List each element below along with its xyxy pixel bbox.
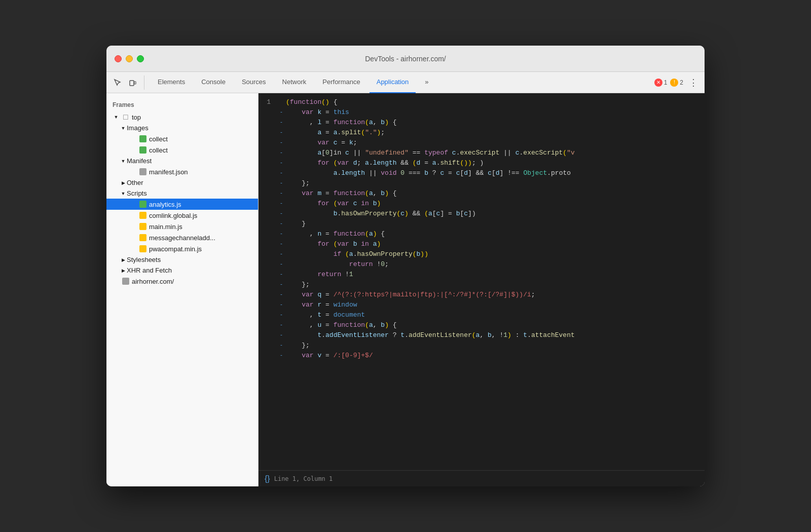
inspect-button[interactable] xyxy=(110,75,125,90)
tree-item-label: collect xyxy=(149,146,252,154)
code-line-9: - }; xyxy=(259,178,705,188)
line-gutter: - xyxy=(277,219,286,229)
tab-performance[interactable]: Performance xyxy=(315,72,367,93)
line-content: for (var c in b) xyxy=(286,199,705,209)
code-editor[interactable]: 1 (function() { - var k = this - , l = f… xyxy=(259,93,705,470)
tab-elements[interactable]: Elements xyxy=(151,72,192,93)
device-toggle-button[interactable] xyxy=(126,75,140,90)
tree-item-label: analytics.js xyxy=(149,201,252,208)
line-content: , n = function(a) { xyxy=(286,229,705,239)
close-button[interactable] xyxy=(115,55,122,62)
line-gutter: - xyxy=(277,270,286,280)
line-gutter: - xyxy=(277,310,286,320)
sidebar-item-messagechannel[interactable]: messagechanneladd... xyxy=(106,232,258,243)
code-line-25: - }; xyxy=(259,340,705,351)
main-content: Frames ☐ top Images collect xyxy=(106,93,705,486)
line-content: a = a.split("."); xyxy=(286,128,705,138)
sidebar-item-other[interactable]: Other xyxy=(106,177,258,188)
svg-rect-0 xyxy=(130,81,134,86)
sidebar-item-pwacompat[interactable]: pwacompat.min.js xyxy=(106,243,258,254)
code-line-1: 1 (function() { xyxy=(259,97,705,107)
window-title: DevTools - airhorner.com/ xyxy=(365,55,446,63)
sidebar-item-xhr[interactable]: XHR and Fetch xyxy=(106,265,258,276)
line-gutter: - xyxy=(277,259,286,270)
line-content: , l = function(a, b) { xyxy=(286,118,705,128)
format-icon[interactable]: {} xyxy=(265,474,270,483)
tab-console[interactable]: Console xyxy=(194,72,233,93)
line-gutter: - xyxy=(277,290,286,300)
warning-badge[interactable]: ! 2 xyxy=(670,79,683,87)
line-gutter: - xyxy=(277,249,286,259)
tree-item-label: comlink.global.js xyxy=(149,212,252,219)
arrow-icon xyxy=(120,190,127,197)
code-line-16: - if (a.hasOwnProperty(b)) xyxy=(259,249,705,259)
arrow-icon xyxy=(120,256,127,263)
code-line-20: - var q = /^(?:(?:https?|mailto|ftp):|[^… xyxy=(259,290,705,300)
js-file-icon xyxy=(139,234,147,242)
sidebar-item-manifest[interactable]: Manifest xyxy=(106,156,258,166)
code-line-5: - var c = k; xyxy=(259,138,705,148)
line-content: }; xyxy=(286,280,705,290)
tree-item-label: collect xyxy=(149,135,252,143)
more-tabs-button[interactable]: » xyxy=(418,72,435,93)
line-gutter: - xyxy=(277,148,286,158)
line-gutter: - xyxy=(277,158,286,168)
tree-item-label: XHR and Fetch xyxy=(127,267,252,274)
js-file-icon xyxy=(139,211,147,219)
code-line-18: - return !1 xyxy=(259,270,705,280)
arrow-icon xyxy=(113,113,120,121)
sidebar-item-airhorner[interactable]: airhorner.com/ xyxy=(106,276,258,287)
line-gutter: - xyxy=(277,138,286,148)
folder-icon: ☐ xyxy=(122,113,130,121)
code-line-19: - }; xyxy=(259,280,705,290)
code-line-12: - b.hasOwnProperty(c) && (a[c] = b[c]) xyxy=(259,209,705,219)
line-content: } xyxy=(286,219,705,229)
js-file-icon xyxy=(139,146,147,154)
code-panel: 1 (function() { - var k = this - , l = f… xyxy=(259,93,705,486)
code-line-8: - a.length || void 0 === b ? c = c[d] &&… xyxy=(259,168,705,178)
tree-item-label: top xyxy=(132,113,252,121)
line-content: (function() { xyxy=(286,97,705,107)
line-gutter: - xyxy=(277,168,286,178)
code-line-26: - var v = /:[0-9]+$/ xyxy=(259,351,705,361)
arrow-icon xyxy=(120,158,127,165)
js-file-icon xyxy=(139,245,147,253)
sidebar-item-main[interactable]: main.min.js xyxy=(106,221,258,232)
line-gutter: - xyxy=(277,229,286,239)
line-gutter: - xyxy=(277,199,286,209)
code-line-23: - , u = function(a, b) { xyxy=(259,320,705,330)
devtools-window: DevTools - airhorner.com/ Elements Conso… xyxy=(106,46,705,486)
line-content: }; xyxy=(286,340,705,351)
line-gutter: - xyxy=(277,239,286,249)
tab-network[interactable]: Network xyxy=(275,72,314,93)
code-line-3: - , l = function(a, b) { xyxy=(259,118,705,128)
sidebar-item-collect2[interactable]: collect xyxy=(106,144,258,156)
tree-item-label: Images xyxy=(127,124,252,132)
tab-sources[interactable]: Sources xyxy=(235,72,273,93)
code-line-2: - var k = this xyxy=(259,107,705,118)
line-gutter: - xyxy=(277,280,286,290)
arrow-icon xyxy=(120,125,127,132)
more-options-button[interactable]: ⋮ xyxy=(686,75,701,90)
sidebar-item-analytics[interactable]: analytics.js xyxy=(106,199,258,210)
sidebar-item-top[interactable]: ☐ top xyxy=(106,111,258,123)
sidebar-item-collect1[interactable]: collect xyxy=(106,133,258,144)
sidebar-item-stylesheets[interactable]: Stylesheets xyxy=(106,254,258,265)
tree-item-label: pwacompat.min.js xyxy=(149,245,252,253)
error-badge[interactable]: ✕ 1 xyxy=(654,79,668,87)
line-content: for (var b in a) xyxy=(286,239,705,249)
minimize-button[interactable] xyxy=(126,55,133,62)
sidebar-item-manifest-json[interactable]: manifest.json xyxy=(106,166,258,177)
code-line-4: - a = a.split("."); xyxy=(259,128,705,138)
tab-application[interactable]: Application xyxy=(370,72,416,93)
js-file-icon xyxy=(139,135,147,143)
error-icon: ✕ xyxy=(654,79,662,87)
sidebar-item-scripts[interactable]: Scripts xyxy=(106,188,258,199)
line-content: var r = window xyxy=(286,300,705,310)
sidebar-item-comlink[interactable]: comlink.global.js xyxy=(106,210,258,221)
line-content: }; xyxy=(286,178,705,188)
maximize-button[interactable] xyxy=(137,55,144,62)
sidebar-item-images[interactable]: Images xyxy=(106,123,258,133)
toolbar-right: ✕ 1 ! 2 ⋮ xyxy=(654,75,701,90)
line-gutter: - xyxy=(277,300,286,310)
